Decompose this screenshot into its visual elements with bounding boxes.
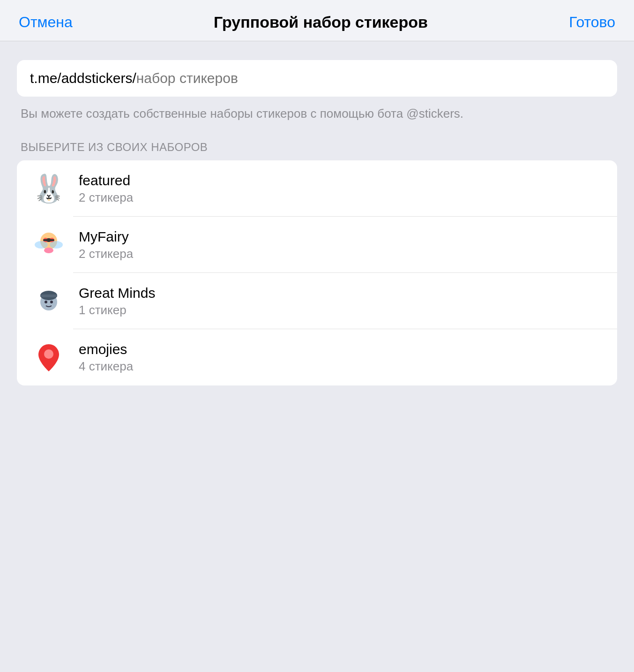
sticker-set-name-input[interactable] [136,70,604,86]
list-item[interactable]: Great Minds 1 стикер [17,273,617,329]
content: t.me/addstickers/ Вы можете создать собс… [0,41,634,404]
emojies-icon [32,340,66,374]
list-item-text: MyFairy 2 стикера [79,229,133,261]
list-item-text: emojies 4 стикера [79,341,133,374]
list-item-text: featured 2 стикера [79,173,133,205]
list-item[interactable]: emojies 4 стикера [17,329,617,385]
sticker-set-name: featured [79,173,133,189]
sticker-icon [30,282,67,320]
sticker-sets-list: 🐰 featured 2 стикера [17,160,617,385]
sticker-set-count: 2 стикера [79,190,133,205]
sticker-icon [30,339,67,376]
sticker-set-count: 1 стикер [79,303,155,317]
svg-point-12 [50,301,53,303]
hint-text: Вы можете создать собственные наборы сти… [17,105,617,122]
list-item[interactable]: 🐰 featured 2 стикера [17,160,617,217]
greatminds-icon [32,284,66,318]
svg-rect-4 [43,239,54,241]
svg-point-13 [44,349,53,359]
sticker-set-name: Great Minds [79,285,155,301]
url-input-container: t.me/addstickers/ [17,60,617,97]
page-title: Групповой набор стикеров [214,13,428,31]
list-item[interactable]: MyFairy 2 стикера [17,217,617,273]
svg-point-6 [50,241,63,249]
svg-point-7 [44,248,53,253]
svg-rect-10 [40,294,57,297]
list-item-text: Great Minds 1 стикер [79,285,155,317]
sticker-set-name: MyFairy [79,229,133,245]
sticker-set-name: emojies [79,341,133,357]
url-prefix: t.me/addstickers/ [30,70,136,86]
sticker-icon: 🐰 [30,170,67,207]
sticker-set-count: 4 стикера [79,359,133,374]
svg-point-11 [45,301,47,303]
sticker-set-count: 2 стикера [79,247,133,261]
done-button[interactable]: Готово [569,14,615,31]
svg-point-5 [35,241,48,249]
cancel-button[interactable]: Отмена [19,14,73,31]
myfairy-icon [32,228,66,262]
section-label: ВЫБЕРИТЕ ИЗ СВОИХ НАБОРОВ [17,141,617,154]
sticker-icon [30,226,67,264]
header: Отмена Групповой набор стикеров Готово [0,0,634,41]
